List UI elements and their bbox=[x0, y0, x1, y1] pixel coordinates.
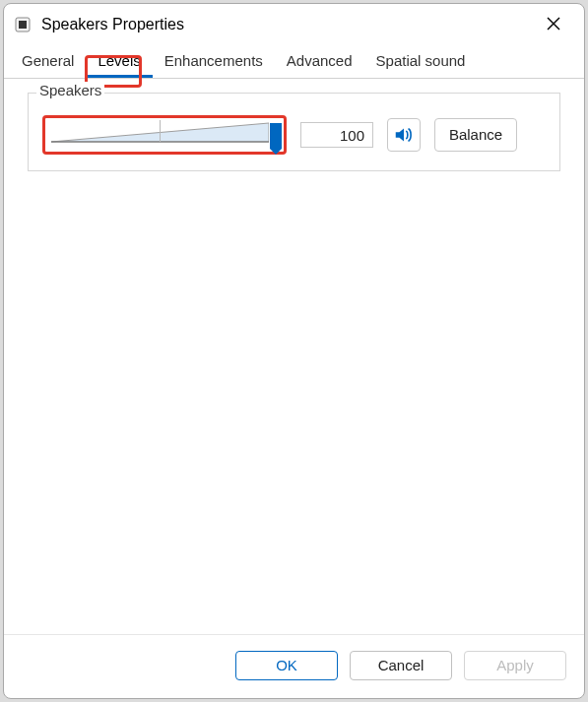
tab-content: Speakers 100 bbox=[4, 79, 584, 634]
balance-button[interactable]: Balance bbox=[434, 118, 517, 152]
volume-value-box[interactable]: 100 bbox=[300, 122, 373, 148]
close-icon bbox=[547, 17, 560, 31]
tab-general[interactable]: General bbox=[10, 45, 86, 78]
titlebar: Speakers Properties bbox=[4, 4, 584, 45]
volume-slider[interactable] bbox=[47, 120, 282, 150]
tab-spatial-sound[interactable]: Spatial sound bbox=[364, 45, 478, 78]
tab-levels[interactable]: Levels bbox=[86, 45, 152, 78]
svg-rect-1 bbox=[19, 21, 27, 29]
window-title: Speakers Properties bbox=[41, 16, 537, 33]
cancel-button[interactable]: Cancel bbox=[350, 651, 452, 680]
speakers-group: Speakers 100 bbox=[28, 93, 560, 171]
titlebar-app-icon bbox=[14, 16, 32, 33]
volume-row: 100 Balance bbox=[42, 115, 546, 155]
tab-enhancements[interactable]: Enhancements bbox=[153, 45, 275, 78]
tab-strip: General Levels Enhancements Advanced Spa… bbox=[4, 45, 584, 79]
apply-button[interactable]: Apply bbox=[464, 651, 566, 680]
close-button[interactable] bbox=[537, 11, 570, 39]
volume-value: 100 bbox=[340, 127, 364, 144]
dialog-buttons: OK Cancel Apply bbox=[4, 634, 584, 698]
ok-button[interactable]: OK bbox=[235, 651, 338, 680]
mute-button[interactable] bbox=[387, 118, 421, 152]
slider-thumb[interactable] bbox=[270, 123, 282, 149]
group-title: Speakers bbox=[36, 82, 104, 98]
tab-advanced[interactable]: Advanced bbox=[275, 45, 364, 78]
slider-track-icon bbox=[51, 120, 269, 145]
highlight-box-slider bbox=[42, 115, 287, 155]
properties-window: Speakers Properties General Levels Enhan… bbox=[3, 3, 585, 699]
speaker-icon bbox=[393, 124, 415, 146]
